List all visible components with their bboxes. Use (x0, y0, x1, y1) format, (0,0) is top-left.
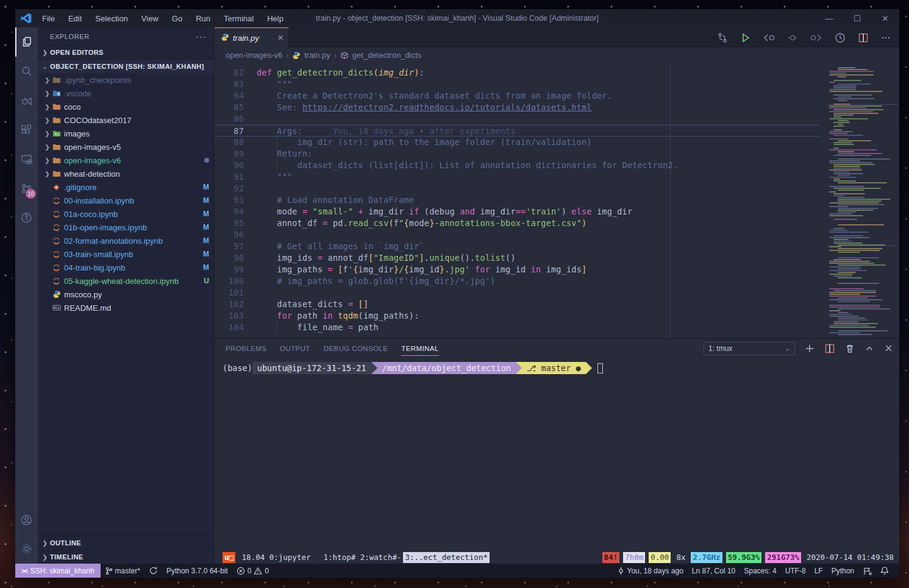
folder-open-images-v5[interactable]: ❯open-images-v5 (38, 140, 214, 154)
file-03-train-small-ipynb[interactable]: 03-train-small.ipynbM (38, 247, 214, 261)
file-04-train-big-ipynb[interactable]: 04-train-big.ipynbM (38, 261, 214, 274)
minimap-line (838, 124, 843, 125)
file-label: 05-kaggle-wheat-detection.ipynb (64, 277, 179, 286)
file-00-installation-ipynb[interactable]: 00-installation.ipynbM (38, 194, 214, 207)
activity-explorer[interactable] (15, 27, 38, 57)
outline-section[interactable]: ❯ OUTLINE (38, 536, 214, 550)
minimap-line (838, 264, 886, 266)
menu-edit[interactable]: Edit (63, 12, 87, 25)
minimap-line (829, 296, 877, 297)
remote-indicator[interactable]: >< SSH: skimai_khanh (15, 564, 101, 578)
panel-tab-terminal[interactable]: TERMINAL (401, 341, 438, 356)
next-change-button[interactable] (809, 33, 822, 43)
minimap-line (833, 228, 844, 229)
menu-go[interactable]: Go (166, 12, 188, 25)
open-changes-button[interactable] (788, 33, 797, 43)
breadcrumb-item[interactable]: train.py (304, 51, 330, 60)
activity-search[interactable] (15, 57, 38, 86)
status-git-branch[interactable]: master* (101, 564, 144, 578)
status-sync[interactable] (144, 564, 162, 578)
close-button[interactable]: ✕ (871, 9, 899, 27)
minimap-line (829, 261, 870, 262)
folder-images[interactable]: ❯images (38, 127, 214, 140)
file-readme-md[interactable]: README.md (38, 301, 214, 314)
minimap-line (838, 224, 884, 225)
status-indentation[interactable]: Spaces: 4 (740, 567, 780, 575)
code-editor[interactable]: 82def get_detectron_dicts(img_dir):83 ""… (215, 63, 899, 338)
project-section-header[interactable]: ⌄ OBJECT_DETECTION [SSH: SKIMAI_KHANH] (38, 59, 214, 73)
line-text: Create a Detectron2's standard dataset d… (244, 90, 612, 102)
line-text: # img_paths = glob.glob(f'{img_dir}/*.jp… (244, 275, 495, 287)
activity-extensions[interactable] (15, 115, 38, 144)
file-05-kaggle-wheat-detection-ipynb[interactable]: 05-kaggle-wheat-detection.ipynbU (38, 274, 214, 288)
file-01a-coco-ipynb[interactable]: 01a-coco.ipynbM (38, 207, 214, 221)
vscode-window: FileEditSelectionViewGoRunTerminalHelp t… (15, 9, 899, 578)
menu-view[interactable]: View (136, 12, 164, 25)
file-history-button[interactable] (834, 32, 846, 44)
breadcrumb-item[interactable]: open-images-v6 (226, 51, 282, 60)
folder-coco[interactable]: ❯coco (38, 100, 214, 113)
status-feedback[interactable] (858, 567, 876, 575)
status-notifications[interactable] (876, 566, 893, 575)
file-01b-open-images-ipynb[interactable]: 01b-open-images.ipynbM (38, 221, 214, 234)
activity-settings[interactable] (15, 534, 38, 564)
close-tab-icon[interactable]: ✕ (277, 34, 283, 42)
status-python-interpreter[interactable]: Python 3.7.0 64-bit (162, 564, 232, 578)
panel-tab-output[interactable]: OUTPUT (280, 341, 310, 356)
menu-selection[interactable]: Selection (90, 12, 133, 25)
folder-open-images-v6[interactable]: ❯open-images-v6 (38, 154, 214, 167)
more-actions-icon[interactable]: ··· (196, 31, 207, 41)
close-panel-button[interactable] (884, 344, 893, 353)
panel-tab-debug-console[interactable]: DEBUG CONSOLE (324, 341, 388, 356)
git-status-badge: U (204, 277, 209, 285)
folder-wheat-detection[interactable]: ❯wheat-detection (38, 167, 214, 180)
menu-file[interactable]: File (37, 12, 60, 25)
status-language-mode[interactable]: Python (827, 567, 858, 575)
minimap-line (829, 107, 866, 108)
minimap-line (838, 153, 882, 154)
line-text: See: https://detectron2.readthedocs.io/t… (244, 102, 592, 113)
more-actions-button[interactable] (880, 32, 891, 43)
panel-tab-problems[interactable]: PROBLEMS (226, 341, 266, 356)
folder--vscode[interactable]: ❯.vscode (38, 87, 214, 100)
breadcrumb-item[interactable]: get_detectron_dicts (352, 51, 421, 60)
status-cursor-position[interactable]: Ln 87, Col 10 (688, 567, 740, 575)
status-blame-info[interactable]: You, 18 days ago (613, 567, 688, 575)
kill-terminal-button[interactable] (845, 344, 855, 353)
gitlens-compare-button[interactable] (716, 32, 729, 44)
file-mscoco-py[interactable]: mscoco.py (38, 288, 214, 301)
folder-icon (52, 143, 61, 151)
minimap[interactable] (826, 63, 898, 338)
folder-cocodataset2017[interactable]: ❯COCOdataset2017 (38, 113, 214, 127)
menu-run[interactable]: Run (190, 12, 216, 25)
terminal[interactable]: (base) ubuntu@ip-172-31-15-21/mnt/data/o… (215, 358, 899, 551)
status-eol[interactable]: LF (810, 567, 827, 575)
file-02-format-annotations-ipynb[interactable]: 02-format-annotations.ipynbM (38, 234, 214, 247)
timeline-section[interactable]: ❯ TIMELINE (38, 550, 214, 564)
terminal-selector[interactable]: 1: tmux ⌄ (704, 342, 795, 355)
run-python-file-button[interactable] (740, 32, 751, 43)
menu-help[interactable]: Help (262, 12, 289, 25)
line-number: 103 (215, 310, 244, 322)
notebook-icon (52, 223, 61, 232)
activity-source-control[interactable]: 10 (15, 174, 38, 203)
split-terminal-button[interactable] (824, 343, 835, 354)
minimap-line (833, 241, 852, 242)
status-encoding[interactable]: UTF-8 (781, 567, 810, 575)
split-editor-button[interactable] (858, 32, 869, 43)
activity-account[interactable] (15, 505, 38, 534)
previous-change-button[interactable] (763, 33, 776, 43)
minimize-button[interactable]: — (815, 9, 843, 27)
new-terminal-button[interactable] (805, 344, 815, 353)
menu-terminal[interactable]: Terminal (218, 12, 259, 25)
open-editors-section[interactable]: ❯ OPEN EDITORS (38, 45, 214, 59)
maximize-button[interactable]: ☐ (843, 9, 871, 27)
activity-gitlens[interactable] (15, 203, 38, 232)
status-problems[interactable]: 00 (232, 564, 273, 578)
activity-remote-explorer[interactable] (15, 144, 38, 174)
activity-run-debug[interactable] (15, 86, 38, 115)
maximize-panel-button[interactable] (864, 344, 874, 353)
file--gitignore[interactable]: .gitignoreM (38, 180, 214, 194)
folder--ipynb-checkpoints[interactable]: ❯.ipynb_checkpoints (38, 73, 214, 87)
tab-train-py[interactable]: train.py ✕ (215, 27, 289, 48)
